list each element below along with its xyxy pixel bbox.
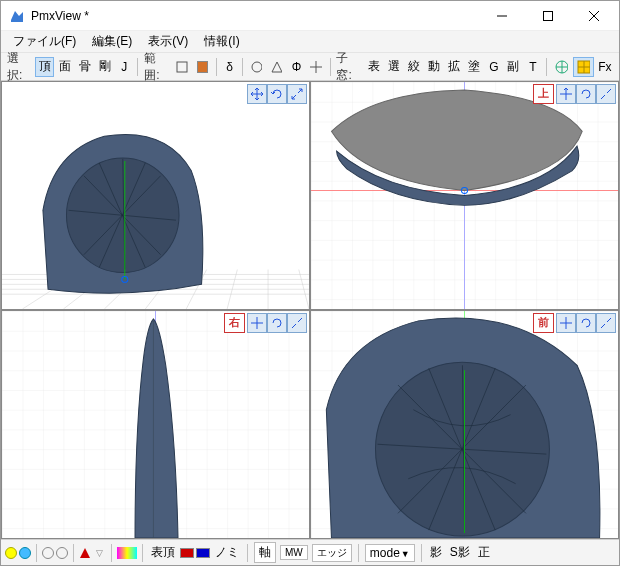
titlebar: PmxView * (1, 1, 619, 31)
select-label: 選択: (5, 50, 34, 84)
shadow-button[interactable]: 影 (427, 544, 445, 561)
viewport-tools: 右 (224, 313, 307, 333)
viewport-tools: 前 (533, 313, 616, 333)
menubar: ファイル(F) 編集(E) 表示(V) 情報(I) (1, 31, 619, 53)
pan-icon[interactable] (247, 313, 267, 333)
circle-button[interactable] (247, 57, 266, 77)
select-bone-button[interactable]: 骨 (75, 57, 94, 77)
globe-button[interactable] (551, 57, 572, 77)
viewport-tools (247, 84, 307, 104)
rotate-icon[interactable] (267, 84, 287, 104)
zoom-icon[interactable] (596, 84, 616, 104)
separator (142, 544, 143, 562)
phi-button[interactable]: Φ (287, 57, 305, 77)
toolbar: 選択: 頂 面 骨 剛 J 範囲: δ Φ 子窓: 表 選 絞 動 拡 塗 G … (1, 53, 619, 81)
zoom-icon[interactable] (287, 313, 307, 333)
cw-surface-button[interactable]: 表 (365, 57, 384, 77)
ortho-button[interactable]: 正 (475, 544, 493, 561)
window-title: PmxView * (31, 9, 479, 23)
zoom-icon[interactable] (287, 84, 307, 104)
viewport-perspective[interactable] (2, 82, 309, 309)
status-dot-cyan[interactable] (19, 547, 31, 559)
quad-view-button[interactable] (573, 57, 594, 77)
separator (330, 58, 331, 76)
menu-info[interactable]: 情報(I) (196, 30, 247, 53)
rotate-icon[interactable] (576, 84, 596, 104)
maximize-button[interactable] (525, 1, 571, 31)
gradient-icon[interactable] (117, 547, 137, 559)
childwin-label: 子窓: (334, 50, 363, 84)
svg-rect-12 (117, 547, 137, 559)
pan-icon[interactable] (556, 84, 576, 104)
viewport-grid: 上 右 (1, 81, 619, 539)
sshadow-button[interactable]: S影 (447, 544, 473, 561)
viewport-canvas (2, 311, 309, 538)
menu-edit[interactable]: 編集(E) (84, 30, 140, 53)
range-rect-button[interactable] (172, 57, 191, 77)
viewport-tools: 上 (533, 84, 616, 104)
separator (421, 544, 422, 562)
separator (358, 544, 359, 562)
wire-icon[interactable]: ▽ (93, 548, 106, 558)
viewport-top[interactable]: 上 (311, 82, 618, 309)
mode-dropdown[interactable]: mode▼ (365, 544, 415, 562)
svg-rect-0 (544, 11, 553, 20)
separator (247, 544, 248, 562)
range-color-button[interactable] (193, 57, 212, 77)
swatch-red[interactable] (180, 548, 194, 558)
select-rigid-button[interactable]: 剛 (95, 57, 114, 77)
viewport-right[interactable]: 右 (2, 311, 309, 538)
viewport-front[interactable]: 前 (311, 311, 618, 538)
svg-rect-1 (177, 62, 187, 72)
edge-button[interactable]: エッジ (312, 544, 352, 562)
app-icon (9, 8, 25, 24)
cw-scale-button[interactable]: 拡 (445, 57, 464, 77)
cw-sub-button[interactable]: 副 (504, 57, 523, 77)
cw-filter-button[interactable]: 絞 (405, 57, 424, 77)
select-joint-button[interactable]: J (115, 57, 133, 77)
separator (137, 58, 138, 76)
cw-g-button[interactable]: G (485, 57, 503, 77)
mw-button[interactable]: MW (280, 545, 308, 560)
separator (36, 544, 37, 562)
surface-top-button[interactable]: 表頂 (148, 544, 178, 561)
window-buttons (479, 1, 617, 31)
cw-t-button[interactable]: T (524, 57, 542, 77)
separator (111, 544, 112, 562)
status-circle-button[interactable] (42, 547, 54, 559)
range-label: 範囲: (142, 50, 171, 84)
status-dot-yellow[interactable] (5, 547, 17, 559)
view-label-right: 右 (224, 313, 245, 333)
status-circle2-button[interactable] (56, 547, 68, 559)
zoom-icon[interactable] (596, 313, 616, 333)
minimize-button[interactable] (479, 1, 525, 31)
triangle-button[interactable] (267, 57, 286, 77)
cw-select-button[interactable]: 選 (385, 57, 404, 77)
rotate-icon[interactable] (576, 313, 596, 333)
separator (216, 58, 217, 76)
statusbar: ▽ 表頂 ノミ 軸 MW エッジ mode▼ 影 S影 正 (1, 539, 619, 565)
fx-button[interactable]: Fx (595, 57, 615, 77)
svg-point-2 (252, 62, 262, 72)
cross-button[interactable] (306, 57, 325, 77)
pan-icon[interactable] (556, 313, 576, 333)
nomi-button[interactable]: ノミ (212, 544, 242, 561)
delta-button[interactable]: δ (220, 57, 238, 77)
select-face-button[interactable]: 面 (55, 57, 74, 77)
separator (546, 58, 547, 76)
separator (73, 544, 74, 562)
rotate-icon[interactable] (267, 313, 287, 333)
close-button[interactable] (571, 1, 617, 31)
triangle-fill-icon[interactable] (79, 547, 91, 559)
swatch-blue[interactable] (196, 548, 210, 558)
viewport-canvas (2, 82, 309, 309)
cw-paint-button[interactable]: 塗 (465, 57, 484, 77)
pan-icon[interactable] (247, 84, 267, 104)
axis-button[interactable]: 軸 (254, 542, 276, 563)
select-vertex-button[interactable]: 頂 (35, 57, 54, 77)
viewport-canvas (311, 311, 618, 538)
separator (242, 58, 243, 76)
cw-move-button[interactable]: 動 (425, 57, 444, 77)
view-label-top: 上 (533, 84, 554, 104)
viewport-canvas (311, 82, 618, 309)
